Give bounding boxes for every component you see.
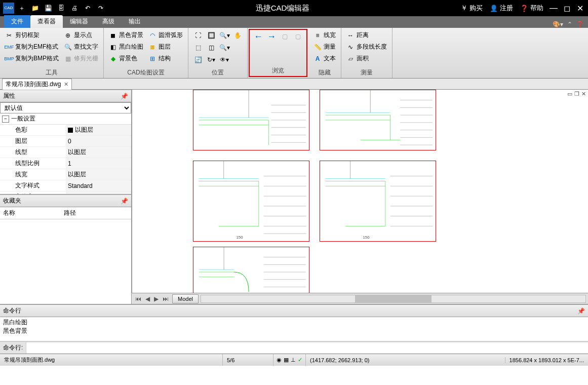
prop-row-lineweight[interactable]: 线宽以图层 bbox=[0, 169, 131, 180]
new-icon[interactable]: ＋ bbox=[16, 3, 27, 14]
rotate-icon[interactable]: ↻▾ bbox=[206, 54, 217, 65]
save-icon[interactable]: 💾 bbox=[43, 3, 54, 14]
horizontal-scrollbar[interactable] bbox=[201, 295, 586, 303]
pin-icon[interactable]: 📌 bbox=[121, 93, 128, 100]
pan-icon[interactable]: ✋ bbox=[232, 30, 243, 41]
view-icon[interactable]: 👁▾ bbox=[219, 54, 230, 65]
collapse-icon[interactable]: − bbox=[2, 115, 9, 123]
prev-view-icon[interactable]: ← bbox=[253, 31, 264, 42]
polyline-icon: ∿ bbox=[346, 43, 355, 51]
tab-viewer[interactable]: 查看器 bbox=[30, 15, 63, 28]
extents-icon[interactable]: ⬚ bbox=[192, 42, 204, 53]
bw-drawing-button[interactable]: ◧黑白绘图 bbox=[108, 42, 144, 52]
document-tab[interactable]: 常规吊顶剖面图.dwg ✕ bbox=[2, 79, 72, 90]
trim-raster-button[interactable]: ▦修剪光栅 bbox=[63, 53, 99, 64]
buy-button[interactable]: ￥购买 bbox=[459, 3, 485, 14]
smooth-arc-button[interactable]: ◠圆滑弧形 bbox=[147, 30, 184, 41]
scissors-icon: ✂ bbox=[5, 31, 13, 40]
properties-section[interactable]: − 一般设置 bbox=[0, 113, 131, 125]
show-point-button[interactable]: ⊕显示点 bbox=[63, 30, 99, 41]
layout-next-icon[interactable]: ▶ bbox=[152, 295, 160, 302]
register-button[interactable]: 👤注册 bbox=[488, 3, 515, 14]
distance-button[interactable]: ↔距离 bbox=[345, 30, 388, 41]
minimize-button[interactable]: — bbox=[548, 3, 559, 13]
command-label: 命令行: bbox=[0, 342, 26, 354]
main-area: 属性 📌 默认值 − 一般设置 色彩以图层 图层0 线型以图层 线型比例1 线宽… bbox=[0, 90, 588, 304]
print-icon[interactable]: 🖨 bbox=[69, 3, 80, 14]
command-input[interactable] bbox=[26, 343, 588, 353]
zoom-window-icon[interactable]: 🔲 bbox=[206, 30, 217, 41]
prop-row-textstyle[interactable]: 文字样式Standard bbox=[0, 180, 131, 191]
fit-icon[interactable]: ⛶ bbox=[192, 30, 204, 41]
canvas-close-icon[interactable]: ✕ bbox=[581, 91, 586, 97]
ribbon-collapse-icon[interactable]: ⌃ bbox=[567, 21, 572, 28]
model-tab[interactable]: Model bbox=[172, 294, 199, 303]
line-icon: ≡ bbox=[313, 31, 322, 40]
fav-col-path[interactable]: 路径 bbox=[61, 207, 79, 219]
properties-header: 属性 📌 bbox=[0, 90, 131, 102]
status-extent: 1856.824 x 1893.012 x 5E-7... bbox=[505, 357, 588, 363]
black-square-icon: ◼ bbox=[109, 31, 117, 40]
layout-prev-icon[interactable]: ◀ bbox=[144, 295, 151, 302]
polyline-len-button[interactable]: ∿多段线长度 bbox=[345, 42, 388, 52]
orbit-icon[interactable]: 🔄 bbox=[192, 54, 204, 65]
zoom-select-icon[interactable]: ◫ bbox=[206, 42, 217, 53]
structure-button[interactable]: ⊞结构 bbox=[147, 53, 184, 64]
layout-first-icon[interactable]: ⏮ bbox=[134, 295, 143, 302]
find-text-button[interactable]: 🔍查找文字 bbox=[63, 42, 99, 52]
canvas-min-icon[interactable]: ▭ bbox=[567, 91, 572, 97]
undo-icon[interactable]: ↶ bbox=[82, 3, 93, 14]
doc-tab-close-icon[interactable]: ✕ bbox=[64, 81, 68, 88]
measure-button[interactable]: 📏测量 bbox=[312, 42, 337, 52]
ribbon-help-icon[interactable]: ❓ bbox=[576, 21, 584, 28]
next-view-icon[interactable]: → bbox=[266, 31, 277, 42]
text-button[interactable]: A文本 bbox=[312, 53, 337, 64]
layout-last-icon[interactable]: ⏭ bbox=[161, 295, 170, 302]
maximize-button[interactable]: ◻ bbox=[562, 3, 572, 13]
tab-advanced[interactable]: 高级 bbox=[95, 15, 122, 28]
zoom-out-icon[interactable]: 🔍▾ bbox=[219, 42, 230, 53]
favorites-header: 收藏夹 📌 bbox=[0, 195, 131, 207]
copy-bmp-button[interactable]: BMP复制为BMP格式 bbox=[4, 53, 60, 64]
tab-editor[interactable]: 编辑器 bbox=[63, 15, 95, 28]
saveall-icon[interactable]: 🗄 bbox=[56, 3, 67, 14]
area-button[interactable]: ▱面积 bbox=[345, 53, 388, 64]
properties-grid: − 一般设置 色彩以图层 图层0 线型以图层 线型比例1 线宽以图层 文字样式S… bbox=[0, 113, 131, 195]
command-panel: 命令行 📌 黑白绘图 黑色背景 命令行: bbox=[0, 304, 588, 354]
bookmark-next-icon[interactable]: ▢ bbox=[292, 31, 303, 42]
zoom-in-icon[interactable]: 🔍▾ bbox=[219, 30, 230, 41]
ortho-icon[interactable]: ⊥ bbox=[291, 357, 296, 363]
linewidth-button[interactable]: ≡线宽 bbox=[312, 30, 337, 41]
group-position: ⛶ 🔲 🔍▾ ✋ ⬚ ◫ 🔍▾ 🔄 ↻▾ 👁▾ 位置 bbox=[188, 28, 248, 78]
grid-snap-icon[interactable]: ▦ bbox=[284, 357, 289, 363]
canvas-max-icon[interactable]: ❐ bbox=[574, 91, 579, 97]
copy-emf-button[interactable]: EMF复制为EMF格式 bbox=[4, 42, 60, 52]
prop-row-ltscale[interactable]: 线型比例1 bbox=[0, 158, 131, 169]
black-bg-button[interactable]: ◼黑色背景 bbox=[108, 30, 144, 41]
snap-icon[interactable]: ◉ bbox=[277, 357, 282, 363]
bg-color-button[interactable]: ◆背景色 bbox=[108, 53, 144, 64]
canvas-area: ▭ ❐ ✕ 150 150 ⏮ ◀ bbox=[132, 90, 588, 304]
app-icon[interactable]: CAD bbox=[3, 3, 14, 14]
clip-frame-button[interactable]: ✂剪切框架 bbox=[4, 30, 60, 41]
tab-file[interactable]: 文件 bbox=[4, 15, 30, 28]
prop-row-color[interactable]: 色彩以图层 bbox=[0, 125, 131, 136]
close-button[interactable]: ✕ bbox=[575, 3, 585, 13]
layer-button[interactable]: ≣图层 bbox=[147, 42, 184, 52]
fav-col-name[interactable]: 名称 bbox=[0, 207, 61, 219]
drawing-canvas[interactable]: ▭ ❐ ✕ 150 150 bbox=[132, 90, 588, 293]
prop-row-linetype[interactable]: 线型以图层 bbox=[0, 147, 131, 158]
group-measure: ↔距离 ∿多段线长度 ▱面积 测量 bbox=[341, 28, 393, 78]
ribbon-style-icon[interactable]: 🎨▾ bbox=[553, 21, 563, 28]
redo-icon[interactable]: ↷ bbox=[95, 3, 106, 14]
osnap-icon[interactable]: ✓ bbox=[298, 357, 302, 363]
help-button[interactable]: ❓帮助 bbox=[518, 3, 545, 14]
open-icon[interactable]: 📁 bbox=[29, 3, 41, 14]
pin-icon[interactable]: 📌 bbox=[121, 198, 128, 205]
tab-output[interactable]: 输出 bbox=[122, 15, 148, 28]
prop-row-layer[interactable]: 图层0 bbox=[0, 136, 131, 147]
pin-icon[interactable]: 📌 bbox=[577, 307, 585, 315]
properties-filter-select[interactable]: 默认值 bbox=[0, 102, 131, 113]
bookmark-prev-icon[interactable]: ▢ bbox=[279, 31, 290, 42]
title-right-buttons: ￥购买 👤注册 ❓帮助 — ◻ ✕ bbox=[459, 3, 585, 14]
